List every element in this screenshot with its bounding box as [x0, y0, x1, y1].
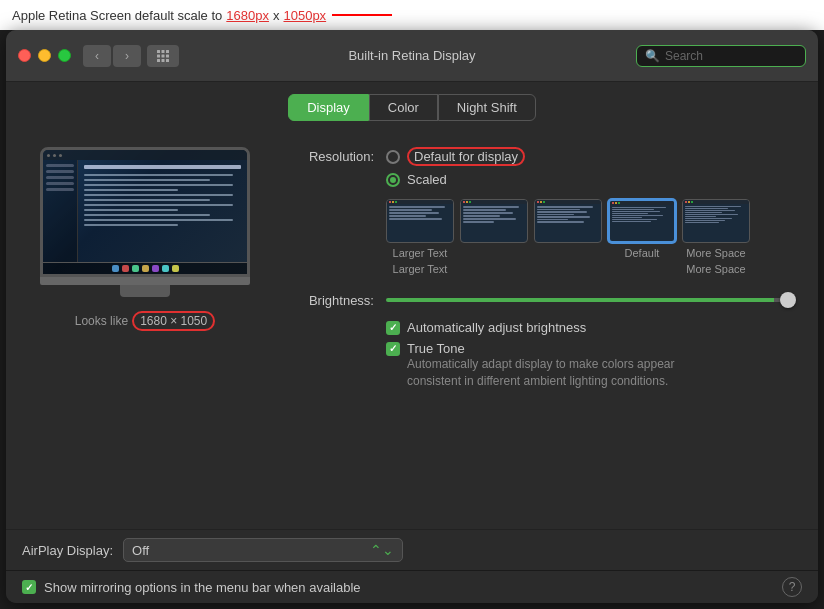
checkmark-icon: ✓ — [25, 582, 33, 593]
thumb-line — [612, 209, 654, 210]
thumb-line — [612, 219, 657, 220]
resolution-label: Resolution: — [284, 147, 374, 164]
resolution-option-scaled[interactable]: Scaled — [386, 172, 525, 187]
thumb-line — [463, 206, 519, 208]
mac-menu-dot — [47, 154, 50, 157]
thumb-dot-red — [389, 201, 391, 203]
text-line — [84, 194, 233, 196]
thumb-line — [612, 207, 666, 208]
label-larger-text: Larger Text — [386, 263, 454, 275]
dock-icon — [132, 265, 139, 272]
true-tone-label: True Tone — [407, 341, 465, 356]
true-tone-description: Automatically adapt display to make colo… — [407, 356, 707, 390]
res-thumb-3[interactable] — [534, 199, 602, 247]
annotation-px1: 1680px — [226, 8, 269, 23]
sidebar-line — [46, 164, 74, 167]
resolution-option-default[interactable]: Default for display — [386, 147, 525, 166]
main-content: Looks like 1680 × 1050 Resolution: Defau… — [6, 131, 818, 529]
thumb-line — [537, 206, 593, 208]
dock-icon — [152, 265, 159, 272]
svg-rect-4 — [162, 54, 165, 57]
thumb-dot-red — [612, 202, 614, 204]
thumb-content — [387, 204, 453, 242]
res-thumb-5[interactable]: More Space — [682, 199, 750, 259]
brightness-slider[interactable] — [386, 298, 794, 302]
thumb-line — [612, 215, 663, 216]
back-button[interactable]: ‹ — [83, 45, 111, 67]
dock-icon — [162, 265, 169, 272]
brightness-row: Brightness: — [284, 291, 794, 308]
text-line — [84, 219, 233, 221]
tab-color[interactable]: Color — [369, 94, 438, 121]
mac-base — [40, 277, 250, 285]
auto-brightness-checkbox[interactable]: ✓ — [386, 321, 400, 335]
thumb-content — [683, 204, 749, 242]
thumb-line — [685, 214, 738, 215]
search-input[interactable] — [665, 49, 795, 63]
res-thumb-1[interactable]: Larger Text — [386, 199, 454, 259]
thumb-dot-green — [691, 201, 693, 203]
text-line — [84, 214, 210, 216]
airplay-label: AirPlay Display: — [22, 543, 113, 558]
auto-brightness-row[interactable]: ✓ Automatically adjust brightness — [386, 320, 794, 335]
mirroring-label: Show mirroring options in the menu bar w… — [44, 580, 361, 595]
left-panel: Looks like 1680 × 1050 — [30, 147, 260, 513]
radio-default — [386, 150, 400, 164]
forward-button[interactable]: › — [113, 45, 141, 67]
res-thumb-4[interactable]: Default — [608, 199, 676, 259]
zoom-button[interactable] — [58, 49, 71, 62]
sidebar-line — [46, 188, 74, 191]
thumb-line — [685, 216, 716, 217]
airplay-bar: AirPlay Display: Off ⌃⌄ — [6, 529, 818, 570]
close-button[interactable] — [18, 49, 31, 62]
auto-brightness-container: ✓ Automatically adjust brightness ✓ True… — [386, 320, 794, 390]
looks-like: Looks like 1680 × 1050 — [75, 311, 215, 331]
label-more-space: More Space — [682, 263, 750, 275]
annotation-x: x — [273, 8, 280, 23]
thumb-line — [685, 206, 741, 207]
thumb-dot-green — [395, 201, 397, 203]
airplay-select[interactable]: Off ⌃⌄ — [123, 538, 403, 562]
chevron-updown-icon: ⌃⌄ — [370, 542, 394, 558]
window-title: Built-in Retina Display — [348, 48, 475, 63]
brightness-label: Brightness: — [284, 291, 374, 308]
search-icon: 🔍 — [645, 49, 660, 63]
radio-scaled — [386, 173, 400, 187]
mac-main-mini — [78, 160, 247, 262]
thumb-line — [537, 214, 574, 216]
window: ‹ › Built-in Retina Display 🔍 Display — [6, 30, 818, 603]
right-panel: Resolution: Default for display Scaled — [284, 147, 794, 513]
res-thumb-img-5 — [682, 199, 750, 243]
text-line — [84, 199, 210, 201]
thumb-line — [389, 206, 445, 208]
tab-bar: Display Color Night Shift — [6, 82, 818, 131]
res-thumb-img-2 — [460, 199, 528, 243]
minimize-button[interactable] — [38, 49, 51, 62]
help-button[interactable]: ? — [782, 577, 802, 597]
thumb-dot-green — [618, 202, 620, 204]
thumb-line — [685, 210, 735, 211]
text-line — [84, 165, 241, 169]
checkmark-icon: ✓ — [389, 343, 397, 354]
grid-button[interactable] — [147, 45, 179, 67]
thumb-line — [463, 218, 516, 220]
red-underline — [332, 14, 392, 16]
thumb-line — [389, 218, 442, 220]
tab-display[interactable]: Display — [288, 94, 369, 121]
text-line — [84, 189, 178, 191]
mirroring-checkbox[interactable]: ✓ — [22, 580, 36, 594]
tab-night-shift[interactable]: Night Shift — [438, 94, 536, 121]
dock-icon — [172, 265, 179, 272]
titlebar: ‹ › Built-in Retina Display 🔍 — [6, 30, 818, 82]
thumb-label-5: More Space — [686, 247, 745, 259]
res-thumb-img-4 — [608, 199, 676, 243]
airplay-value: Off — [132, 543, 149, 558]
true-tone-checkbox[interactable]: ✓ — [386, 342, 400, 356]
checkmark-icon: ✓ — [389, 322, 397, 333]
resolution-oval: 1680 × 1050 — [132, 311, 215, 331]
res-thumb-2[interactable] — [460, 199, 528, 247]
thumb-line — [685, 212, 722, 213]
thumb-line — [685, 218, 732, 219]
thumb-line — [463, 215, 500, 217]
true-tone-row[interactable]: ✓ True Tone — [386, 341, 794, 356]
